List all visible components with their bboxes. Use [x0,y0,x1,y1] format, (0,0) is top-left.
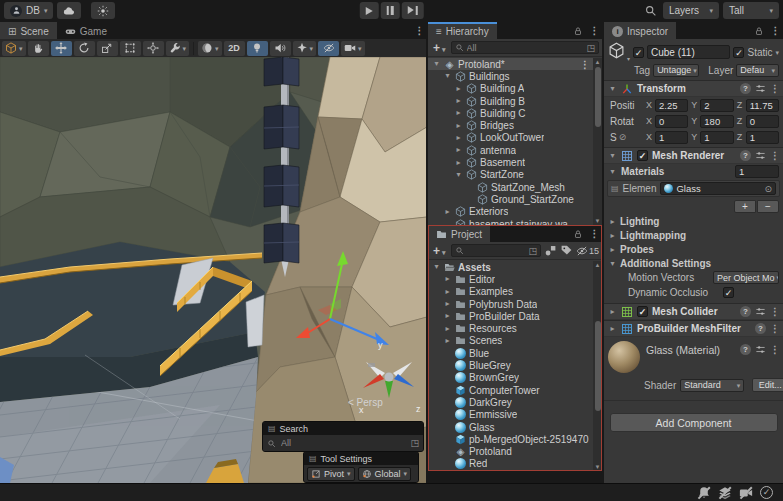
project-item[interactable]: ◈Protoland [428,445,602,457]
foldout-icon[interactable]: ▸ [454,109,463,117]
open-search-window-icon[interactable]: ◳ [528,246,537,256]
pane-menu-icon[interactable]: ⋮ [586,225,602,242]
draw-mode-button[interactable]: ▾ [198,41,222,56]
foldout-icon[interactable]: ▸ [443,300,452,308]
active-checkbox[interactable]: ✓ [633,47,644,58]
cloud-button[interactable] [57,2,81,19]
scale-tool-button[interactable] [97,41,118,56]
open-search-window-icon[interactable]: ◳ [586,43,595,53]
layer-visibility-off-icon[interactable] [718,486,732,500]
project-item[interactable]: ▾Assets [428,261,602,273]
foldout-icon[interactable]: ▾ [454,171,463,179]
edit-shader-button[interactable]: Edit... [752,378,783,392]
add-component-button[interactable]: Add Component [610,413,778,432]
foldout-icon[interactable]: ▾ [443,72,452,80]
materials-row[interactable]: ▾ Materials 1 [604,164,783,179]
remove-material-button[interactable]: − [757,200,779,213]
hierarchy-item[interactable]: ▸Building B [428,95,602,107]
presets-icon[interactable] [755,150,766,161]
tab-scene[interactable]: ⊞ Scene [0,22,57,39]
status-ok-icon[interactable]: ✓ [760,486,773,499]
scale-x-field[interactable]: 1 [655,131,688,144]
tag-dropdown[interactable]: Untagge▾ [653,64,699,77]
capture-disabled-icon[interactable] [739,486,753,500]
foldout-icon[interactable]: ▸ [443,208,452,216]
rect-tool-button[interactable] [120,41,141,56]
pivot-dropdown[interactable]: Pivot ▾ [307,467,355,481]
open-search-window-icon[interactable]: ◳ [410,438,419,448]
object-name-field[interactable] [647,45,730,59]
foldout-icon[interactable]: ▸ [454,122,463,130]
project-item[interactable]: Blue [428,347,602,359]
perspective-label[interactable]: < Persp [348,397,383,408]
hierarchy-item[interactable]: ▸Exteriors [428,206,602,218]
hierarchy-item[interactable]: ▾StartZone [428,169,602,181]
mesh-collider-header[interactable]: ▸ ✓ Mesh Collider ? ⋮ [604,303,783,320]
presets-icon[interactable] [755,83,766,94]
project-item[interactable]: ▸Examples [428,286,602,298]
project-item[interactable]: BlueGrey [428,359,602,371]
foldout-icon[interactable]: ▾ [432,60,441,68]
tool-handle-button[interactable]: ▾ [2,41,26,56]
tab-inspector[interactable]: i Inspector [604,22,676,39]
hidden-count-badge[interactable]: 15 [576,245,599,257]
help-icon[interactable]: ? [740,83,751,94]
account-button[interactable]: DB ▾ [4,2,53,19]
motion-vectors-dropdown[interactable]: Per Object Mo▾ [713,271,779,284]
project-searchbox[interactable]: ◳ [451,244,541,257]
component-menu-icon[interactable]: ⋮ [770,150,779,161]
scene-viewport[interactable]: y x z < Persp [0,57,427,483]
search-icon[interactable] [644,4,657,17]
scene-lighting-button[interactable] [247,41,268,56]
scene-search-input[interactable] [279,437,407,449]
project-item[interactable]: ComputerTower [428,384,602,396]
grid-snap-button[interactable] [91,2,115,19]
hierarchy-item[interactable]: Ground_StartZone [428,193,602,205]
foldout-icon[interactable]: ▸ [443,312,452,320]
pane-menu-icon[interactable]: ⋮ [767,22,783,39]
tab-game[interactable]: Game [57,22,115,39]
create-asset-button[interactable]: +▾ [431,244,448,258]
hierarchy-item[interactable]: ▸Bridges [428,119,602,131]
foldout-icon[interactable]: ▸ [454,146,463,154]
rotation-x-field[interactable]: 0 [655,115,688,128]
rotate-tool-button[interactable] [74,41,95,56]
pane-menu-icon[interactable]: ⋮ [586,22,602,39]
component-menu-icon[interactable]: ⋮ [770,306,779,317]
rotation-z-field[interactable]: 0 [746,115,779,128]
help-icon[interactable]: ? [755,323,766,334]
probuilder-meshfilter-header[interactable]: ▸ ProBuilder MeshFilter ? ⋮ [604,320,783,337]
component-menu-icon[interactable]: ⋮ [770,83,779,94]
add-material-button[interactable]: + [734,200,756,213]
notifications-muted-icon[interactable] [697,486,711,500]
hierarchy-item[interactable]: ▸Basement [428,156,602,168]
custom-tools-button[interactable]: ▾ [166,41,190,56]
scene-camera-button[interactable]: ▾ [341,41,365,56]
presets-icon[interactable] [755,306,766,317]
shader-dropdown[interactable]: Standard▾ [680,379,744,392]
constrain-proportions-icon[interactable]: ⊘ [619,132,627,142]
drag-handle-icon[interactable]: ▤ [611,184,619,193]
mesh-renderer-checkbox[interactable]: ✓ [637,150,648,161]
foldout-icon[interactable]: ▸ [454,97,463,105]
hierarchy-item[interactable]: ▸Building A [428,83,602,95]
project-item[interactable]: ▸Polybrush Data [428,298,602,310]
position-x-field[interactable]: 2.25 [655,99,688,112]
help-icon[interactable]: ? [740,150,751,161]
static-checkbox[interactable]: ✓ [733,47,744,58]
search-by-type-icon[interactable] [544,244,557,257]
hierarchy-search-input[interactable] [467,43,584,53]
project-item[interactable]: ▸ProBuilder Data [428,310,602,322]
foldout-icon[interactable]: ▸ [608,307,617,316]
foldout-icon[interactable]: ▸ [454,159,463,167]
static-dropdown-icon[interactable]: ▾ [775,49,779,56]
mode-2d-button[interactable]: 2D [224,41,245,56]
scale-z-field[interactable]: 1 [746,131,779,144]
hierarchy-item[interactable]: ▸LookOutTower [428,132,602,144]
foldout-icon[interactable]: ▸ [443,337,452,345]
hidden-objects-button[interactable] [318,41,339,56]
pane-menu-icon[interactable]: ⋮ [411,22,427,39]
probes-foldout[interactable]: ▸Probes [604,242,783,256]
foldout-icon[interactable]: ▸ [454,85,463,93]
foldout-icon[interactable]: ▾ [608,151,617,160]
